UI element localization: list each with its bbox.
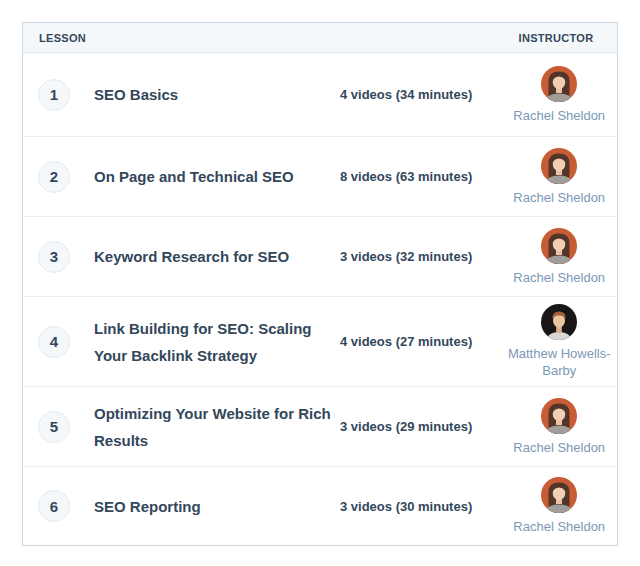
instructor-name: Rachel Sheldon [513,439,605,456]
rachel-sheldon-avatar-icon [541,398,577,434]
lesson-video-count: 4 videos (27 minutes) [340,334,498,349]
lesson-row-3[interactable]: 3 Keyword Research for SEO 3 videos (32 … [23,216,617,296]
lesson-title[interactable]: SEO Reporting [94,493,340,520]
instructor-name: Rachel Sheldon [513,107,605,124]
table-header-row: LESSON INSTRUCTOR [23,23,617,53]
lesson-row-1[interactable]: 1 SEO Basics 4 videos (34 minutes) Rache… [23,53,617,136]
instructor-cell: Rachel Sheldon [498,477,620,535]
instructor-cell: Rachel Sheldon [498,228,620,286]
lesson-number-badge: 3 [38,241,70,273]
lesson-title[interactable]: Keyword Research for SEO [94,243,340,270]
lesson-title[interactable]: On Page and Technical SEO [94,163,340,190]
lesson-title[interactable]: SEO Basics [94,81,340,108]
lesson-number-badge: 6 [38,490,70,522]
lesson-number-badge: 5 [38,411,70,443]
course-lessons-table: LESSON INSTRUCTOR 1 SEO Basics 4 videos … [22,22,618,546]
rachel-sheldon-avatar-icon [541,148,577,184]
lesson-video-count: 3 videos (30 minutes) [340,499,498,514]
lesson-row-5[interactable]: 5 Optimizing Your Website for Rich Resul… [23,386,617,466]
lesson-video-count: 8 videos (63 minutes) [340,169,498,184]
lesson-title[interactable]: Link Building for SEO: Scaling Your Back… [94,315,340,369]
instructor-name: Rachel Sheldon [513,189,605,206]
instructor-cell: Rachel Sheldon [498,398,620,456]
lesson-video-count: 3 videos (29 minutes) [340,419,498,434]
column-header-lesson: LESSON [23,32,495,44]
rachel-sheldon-avatar-icon [541,228,577,264]
instructor-name: Rachel Sheldon [513,269,605,286]
instructor-cell: Matthew Howells-Barby [498,304,620,379]
lesson-title[interactable]: Optimizing Your Website for Rich Results [94,400,340,454]
instructor-name: Matthew Howells-Barby [498,345,620,379]
instructor-name: Rachel Sheldon [513,518,605,535]
lesson-rows: 1 SEO Basics 4 videos (34 minutes) Rache… [23,53,617,545]
column-header-instructor: INSTRUCTOR [495,32,617,44]
matthew-howells-barby-avatar-icon [541,304,577,340]
rachel-sheldon-avatar-icon [541,477,577,513]
lesson-row-4[interactable]: 4 Link Building for SEO: Scaling Your Ba… [23,296,617,386]
lesson-row-6[interactable]: 6 SEO Reporting 3 videos (30 minutes) Ra… [23,466,617,545]
rachel-sheldon-avatar-icon [541,66,577,102]
lesson-number-badge: 2 [38,161,70,193]
instructor-cell: Rachel Sheldon [498,148,620,206]
lesson-video-count: 4 videos (34 minutes) [340,87,498,102]
lesson-number-badge: 4 [38,326,70,358]
instructor-cell: Rachel Sheldon [498,66,620,124]
lesson-number-badge: 1 [38,79,70,111]
lesson-video-count: 3 videos (32 minutes) [340,249,498,264]
lesson-row-2[interactable]: 2 On Page and Technical SEO 8 videos (63… [23,136,617,216]
